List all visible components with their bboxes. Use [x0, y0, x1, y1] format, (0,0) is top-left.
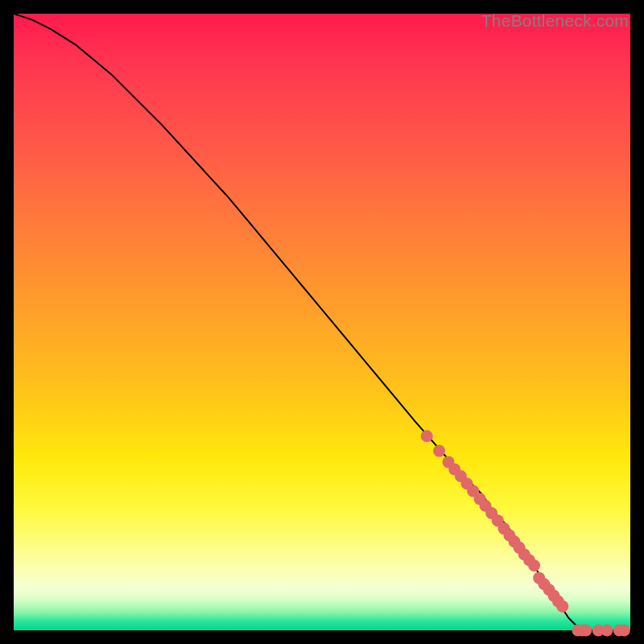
marker-dot — [556, 601, 568, 613]
marker-dot — [421, 430, 433, 442]
chart-svg — [14, 14, 630, 630]
marker-dot — [601, 625, 613, 637]
plot-area: TheBottleneck.com — [14, 14, 630, 630]
marker-dot — [528, 559, 540, 572]
chart-frame: TheBottleneck.com — [0, 0, 644, 644]
marker-dots — [421, 430, 630, 636]
marker-dot — [433, 445, 445, 457]
marker-dot — [618, 625, 630, 637]
curve-line — [14, 14, 630, 630]
marker-dot — [580, 625, 592, 637]
curve-path — [14, 14, 630, 630]
